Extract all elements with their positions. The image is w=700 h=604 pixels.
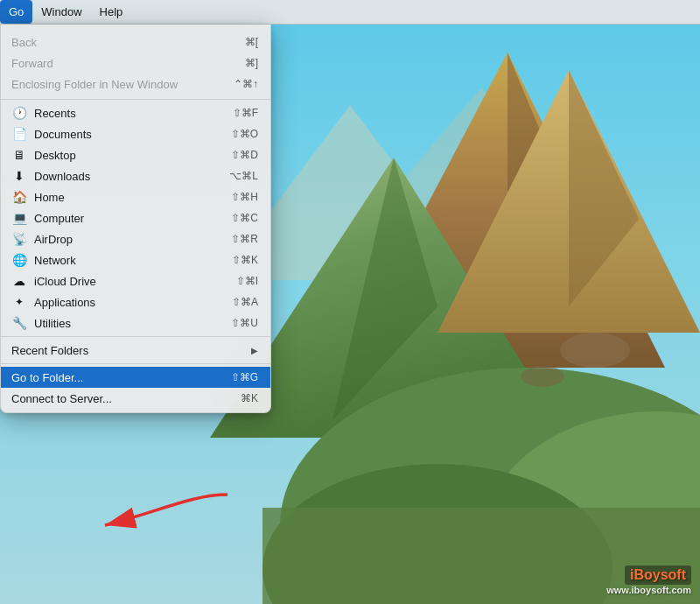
icloud-shortcut: ⇧⌘I xyxy=(236,275,258,287)
home-icon: 🏠 xyxy=(11,189,27,205)
recent-folders-arrow: ▶ xyxy=(251,346,258,355)
connect-server-shortcut: ⌘K xyxy=(241,392,258,404)
home-shortcut: ⇧⌘H xyxy=(231,191,258,203)
svg-point-14 xyxy=(560,333,630,368)
computer-label: Computer xyxy=(34,212,84,225)
icloud-label: iCloud Drive xyxy=(34,275,96,288)
recent-folders-label: Recent Folders xyxy=(11,344,88,357)
enclosing-shortcut: ⌃⌘↑ xyxy=(234,78,258,90)
downloads-shortcut: ⌥⌘L xyxy=(229,170,258,182)
menu-help[interactable]: Help xyxy=(91,0,132,24)
applications-icon: ✦ xyxy=(11,294,27,310)
go-to-folder-label: Go to Folder... xyxy=(11,371,83,384)
forward-shortcut: ⌘] xyxy=(245,57,258,69)
locations-section: 🕐 Recents ⇧⌘F 📄 Documents ⇧⌘O 🖥 Desktop … xyxy=(1,102,270,334)
utilities-shortcut: ⇧⌘U xyxy=(231,317,258,329)
network-label: Network xyxy=(34,254,76,267)
recents-icon: 🕐 xyxy=(11,105,27,121)
menu-item-forward[interactable]: Forward ⌘] xyxy=(1,53,270,74)
applications-shortcut: ⇧⌘A xyxy=(232,296,258,308)
airdrop-shortcut: ⇧⌘R xyxy=(231,233,258,245)
separator-1 xyxy=(1,99,270,100)
applications-label: Applications xyxy=(34,296,95,309)
recents-shortcut: ⇧⌘F xyxy=(233,107,258,119)
forward-label: Forward xyxy=(11,57,53,70)
menu-item-enclosing[interactable]: Enclosing Folder in New Window ⌃⌘↑ xyxy=(1,74,270,95)
desktop-icon: 🖥 xyxy=(11,147,27,163)
menu-item-recent-folders[interactable]: Recent Folders ▶ xyxy=(1,340,270,361)
menu-item-downloads[interactable]: ⬇ Downloads ⌥⌘L xyxy=(1,165,270,186)
airdrop-icon: 📡 xyxy=(11,231,27,247)
menu-item-network[interactable]: 🌐 Network ⇧⌘K xyxy=(1,249,270,270)
menu-item-home[interactable]: 🏠 Home ⇧⌘H xyxy=(1,186,270,207)
documents-label: Documents xyxy=(34,128,92,141)
downloads-label: Downloads xyxy=(34,170,90,183)
documents-shortcut: ⇧⌘O xyxy=(231,128,258,140)
menu-item-computer[interactable]: 💻 Computer ⇧⌘C xyxy=(1,207,270,228)
go-to-folder-shortcut: ⇧⌘G xyxy=(231,371,258,383)
computer-shortcut: ⇧⌘C xyxy=(231,212,258,224)
nav-section: Back ⌘[ Forward ⌘] Enclosing Folder in N… xyxy=(1,28,270,96)
watermark: iBoysoft www.iboysoft.com xyxy=(606,565,691,595)
svg-point-15 xyxy=(521,366,564,387)
menu-item-icloud[interactable]: ☁ iCloud Drive ⇧⌘I xyxy=(1,270,270,291)
back-shortcut: ⌘[ xyxy=(245,36,258,48)
separator-2 xyxy=(1,336,270,337)
airdrop-label: AirDrop xyxy=(34,233,73,246)
menu-item-recents[interactable]: 🕐 Recents ⇧⌘F xyxy=(1,102,270,123)
go-menu-dropdown: Back ⌘[ Forward ⌘] Enclosing Folder in N… xyxy=(0,25,271,413)
home-label: Home xyxy=(34,191,65,204)
network-shortcut: ⇧⌘K xyxy=(232,254,258,266)
enclosing-label: Enclosing Folder in New Window xyxy=(11,78,178,91)
desktop-label: Desktop xyxy=(34,149,76,162)
back-label: Back xyxy=(11,36,37,49)
downloads-icon: ⬇ xyxy=(11,168,27,184)
menu-item-airdrop[interactable]: 📡 AirDrop ⇧⌘R xyxy=(1,228,270,249)
menu-item-go-to-folder[interactable]: Go to Folder... ⇧⌘G xyxy=(1,367,270,388)
menu-item-desktop[interactable]: 🖥 Desktop ⇧⌘D xyxy=(1,144,270,165)
menu-item-documents[interactable]: 📄 Documents ⇧⌘O xyxy=(1,123,270,144)
utilities-icon: 🔧 xyxy=(11,315,27,331)
menu-window[interactable]: Window xyxy=(32,0,90,24)
recents-label: Recents xyxy=(34,107,76,120)
icloud-icon: ☁ xyxy=(11,273,27,289)
menu-item-applications[interactable]: ✦ Applications ⇧⌘A xyxy=(1,291,270,313)
menu-item-connect-server[interactable]: Connect to Server... ⌘K xyxy=(1,388,270,409)
brand-domain: www.iboysoft.com xyxy=(606,585,691,595)
utilities-label: Utilities xyxy=(34,317,71,330)
network-icon: 🌐 xyxy=(11,252,27,268)
arrow-annotation xyxy=(70,486,245,538)
documents-icon: 📄 xyxy=(11,126,27,142)
menu-item-back[interactable]: Back ⌘[ xyxy=(1,32,270,53)
menu-go[interactable]: Go xyxy=(0,0,32,24)
computer-icon: 💻 xyxy=(11,210,27,226)
connect-server-label: Connect to Server... xyxy=(11,392,112,405)
brand-name: iBoysoft xyxy=(625,565,691,585)
menu-bar: Go Window Help xyxy=(0,0,700,25)
menu-item-utilities[interactable]: 🔧 Utilities ⇧⌘U xyxy=(1,313,270,334)
separator-3 xyxy=(1,363,270,364)
desktop-shortcut: ⇧⌘D xyxy=(231,149,258,161)
